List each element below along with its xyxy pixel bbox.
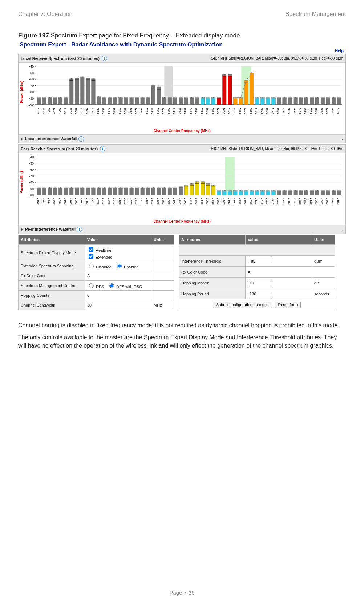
local-waterfall-header[interactable]: Local Interference Waterfall i - [19, 134, 345, 143]
svg-rect-218 [299, 98, 303, 105]
svg-text:5637: 5637 [233, 198, 236, 204]
svg-text:5697: 5697 [249, 198, 252, 204]
svg-rect-70 [97, 97, 101, 105]
svg-text:5577: 5577 [217, 198, 220, 204]
table-row: Hopping Periodseconds [179, 288, 335, 299]
svg-text:5617: 5617 [227, 107, 231, 114]
help-link[interactable]: Help [18, 49, 346, 53]
attr-label: Spectrum Management Control [19, 281, 85, 291]
peer-panel-status: 5407 MHz State=REGION_BAR, Mean=-90dBm, … [211, 147, 343, 151]
svg-text:-40: -40 [29, 155, 34, 159]
svg-text:5997: 5997 [331, 107, 334, 114]
svg-text:5877: 5877 [298, 198, 302, 204]
reset-form-button[interactable]: Reset form [275, 302, 301, 308]
svg-text:5277: 5277 [134, 107, 138, 114]
svg-rect-206 [283, 98, 287, 105]
attr-units: dBm [312, 256, 335, 267]
svg-text:-90: -90 [29, 97, 34, 100]
attr-value [246, 278, 312, 288]
svg-text:Power (dBm): Power (dBm) [20, 81, 24, 103]
peer-panel-header: Peer Receive Spectrum (last 20 minutes) … [19, 145, 345, 153]
svg-rect-431 [173, 188, 177, 195]
svg-rect-347 [58, 188, 62, 195]
svg-text:5117: 5117 [91, 198, 94, 204]
col-attributes: Attributes [179, 235, 246, 245]
svg-text:5237: 5237 [124, 107, 127, 114]
value-input[interactable] [248, 291, 273, 297]
svg-text:5557: 5557 [211, 198, 214, 204]
table-row: Submit configuration changesReset form [179, 299, 335, 310]
svg-text:5177: 5177 [107, 198, 110, 204]
attr-label: Tx Color Code [19, 271, 85, 281]
dfs-with-dso-radio[interactable] [109, 283, 114, 288]
svg-text:5797: 5797 [276, 107, 280, 114]
svg-text:5037: 5037 [69, 198, 72, 204]
body-paragraph: Channel barring is disabled in fixed fre… [18, 321, 346, 329]
attr-label: Hopping Counter [19, 291, 85, 300]
section-label: Spectrum Management [286, 11, 346, 17]
svg-text:-60: -60 [29, 77, 34, 81]
value-input[interactable] [248, 258, 273, 264]
info-icon[interactable]: i [102, 56, 107, 61]
info-icon[interactable]: i [77, 227, 82, 232]
svg-text:5957: 5957 [320, 198, 323, 204]
svg-text:5477: 5477 [189, 107, 193, 114]
peer-waterfall-header[interactable]: Peer Interference Waterfall i - [19, 225, 345, 234]
svg-text:5897: 5897 [304, 198, 307, 204]
svg-rect-66 [92, 79, 96, 105]
svg-rect-42 [58, 98, 62, 105]
submit-configuration-changes-button[interactable]: Submit configuration changes [213, 302, 272, 308]
svg-text:4977: 4977 [53, 198, 56, 204]
value-input[interactable] [248, 280, 273, 286]
svg-text:5297: 5297 [140, 107, 143, 114]
svg-text:5237: 5237 [124, 198, 127, 204]
svg-rect-102 [141, 98, 145, 105]
svg-rect-186 [255, 98, 259, 105]
extended-checkbox[interactable] [89, 254, 93, 259]
attr-value [246, 256, 312, 267]
svg-text:4917: 4917 [36, 198, 40, 204]
svg-rect-118 [162, 98, 166, 105]
svg-text:-40: -40 [29, 65, 34, 68]
disabled-radio[interactable] [89, 264, 94, 268]
svg-text:5777: 5777 [271, 198, 274, 204]
dfs-radio[interactable] [89, 283, 94, 288]
table-row: Spectrum Expert Display Mode Realtime Ex… [19, 245, 174, 261]
svg-rect-58 [81, 77, 85, 105]
svg-rect-411 [146, 188, 150, 195]
realtime-checkbox[interactable] [89, 247, 93, 252]
svg-text:4997: 4997 [58, 107, 61, 114]
svg-rect-367 [86, 188, 90, 195]
svg-text:5117: 5117 [91, 107, 94, 114]
svg-rect-339 [48, 188, 52, 195]
svg-text:5337: 5337 [151, 107, 154, 114]
svg-rect-34 [48, 98, 52, 105]
attr-units [151, 271, 174, 281]
collapse-indicator: - [342, 137, 343, 141]
expand-icon [21, 137, 23, 141]
svg-rect-46 [64, 98, 68, 105]
svg-rect-343 [53, 188, 57, 195]
svg-text:-80: -80 [29, 181, 34, 184]
svg-text:5437: 5437 [178, 107, 181, 114]
svg-text:5417: 5417 [173, 198, 176, 204]
svg-text:-50: -50 [29, 162, 34, 165]
svg-rect-226 [310, 98, 314, 105]
svg-text:5877: 5877 [298, 107, 302, 114]
svg-text:5917: 5917 [309, 107, 312, 114]
body-paragraph: The only controls available to the maste… [18, 333, 346, 350]
svg-text:5217: 5217 [118, 107, 121, 114]
enabled-radio[interactable] [117, 264, 122, 268]
svg-rect-455 [206, 184, 210, 195]
col-attributes: Attributes [19, 235, 85, 245]
svg-text:-70: -70 [29, 84, 34, 88]
page-footer: Page 7-36 [0, 590, 364, 596]
svg-rect-359 [75, 188, 79, 195]
svg-text:5277: 5277 [134, 198, 138, 204]
svg-rect-395 [124, 188, 128, 195]
local-waterfall-label: Local Interference Waterfall [25, 137, 77, 141]
peer-panel: Peer Receive Spectrum (last 20 minutes) … [18, 144, 346, 234]
info-icon[interactable]: i [78, 136, 84, 142]
attr-units [151, 261, 174, 271]
info-icon[interactable]: i [100, 146, 105, 151]
